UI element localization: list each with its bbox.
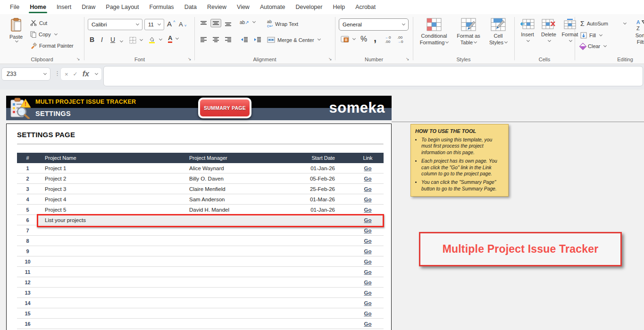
grow-font-button[interactable]: A˄ (167, 20, 176, 28)
paste-button[interactable]: Paste (5, 18, 27, 43)
go-link[interactable]: Go (352, 311, 384, 316)
tab-file[interactable]: File (5, 1, 25, 14)
font-color-button[interactable]: A (168, 35, 178, 43)
chevron-down-icon[interactable] (43, 71, 47, 74)
tab-home[interactable]: Home (25, 1, 51, 14)
decrease-indent-button[interactable] (241, 37, 248, 42)
go-link[interactable]: Go (352, 186, 384, 192)
cell-project-name[interactable]: Project 5 (38, 207, 184, 213)
cell-num[interactable]: 9 (17, 248, 38, 254)
chevron-down-icon[interactable] (504, 40, 508, 43)
chevron-down-icon[interactable] (445, 40, 449, 43)
tab-formulas[interactable]: Formulas (144, 1, 179, 14)
insert-cells-button[interactable]: Insert (518, 19, 537, 42)
go-link[interactable]: Go (352, 228, 384, 233)
dialog-launcher-icon[interactable]: ↘ (76, 57, 80, 61)
copy-button[interactable]: Copy (30, 31, 57, 38)
chevron-down-icon[interactable] (252, 20, 255, 23)
chevron-down-icon[interactable] (569, 39, 572, 42)
increase-decimal-button[interactable]: ←0.00 (385, 36, 391, 44)
cell-project-name[interactable]: Project 3 (38, 186, 184, 192)
fx-icon[interactable]: fx (83, 70, 89, 78)
cell-project-name[interactable]: Project 4 (38, 197, 184, 202)
name-box[interactable]: Z33 (1, 67, 50, 81)
comma-style-button[interactable]: , (374, 32, 376, 44)
cell-num[interactable]: 10 (17, 259, 38, 264)
align-bottom-button[interactable] (225, 21, 232, 26)
format-painter-button[interactable]: Format Painter (30, 42, 74, 49)
shrink-font-button[interactable]: A˅ (179, 21, 187, 28)
cell-num[interactable]: 5 (17, 207, 38, 213)
cell-project-manager[interactable]: Billy O. Daven (184, 176, 302, 182)
chevron-down-icon[interactable] (318, 37, 321, 41)
conditional-formatting-button[interactable]: Conditional Formatting (415, 18, 453, 46)
cell-start-date[interactable]: 05-Feb-26 (302, 176, 352, 182)
merge-center-button[interactable]: Merge & Center (267, 37, 320, 43)
cell-num[interactable]: 12 (17, 280, 38, 285)
tab-data[interactable]: Data (179, 1, 202, 14)
cell-num[interactable]: 11 (17, 269, 38, 275)
cell-num[interactable]: 1 (17, 165, 38, 171)
chevron-down-icon[interactable] (527, 39, 530, 42)
cell-project-manager[interactable]: Sam Anderson (184, 197, 302, 202)
tab-acrobat[interactable]: Acrobat (350, 1, 381, 14)
format-cells-button[interactable]: Format (560, 19, 580, 42)
go-link[interactable]: Go (352, 176, 384, 182)
formula-bar-handle[interactable]: ⋮ (54, 70, 60, 77)
go-link[interactable]: Go (352, 259, 384, 264)
go-link[interactable]: Go (352, 207, 384, 213)
autosum-button[interactable]: Σ AutoSum (580, 20, 626, 27)
tab-automate[interactable]: Automate (255, 1, 291, 14)
cell-project-manager[interactable]: Alice Waynard (184, 165, 302, 171)
tab-draw[interactable]: Draw (76, 1, 100, 14)
accounting-format-button[interactable] (341, 36, 355, 42)
format-as-table-button[interactable]: Format as Table (454, 18, 483, 46)
cell-start-date[interactable] (302, 215, 352, 225)
cell-num[interactable]: 15 (17, 311, 38, 316)
align-right-button[interactable] (225, 37, 232, 42)
clear-button[interactable]: Clear (580, 43, 606, 49)
cell-project-manager[interactable]: Claire Menfield (184, 186, 302, 192)
dialog-launcher-icon[interactable]: ↘ (328, 57, 332, 61)
underline-button[interactable]: U (110, 36, 115, 43)
go-link[interactable]: Go (352, 217, 384, 223)
cell-num[interactable]: 3 (17, 186, 38, 192)
cell-styles-button[interactable]: Cell Styles (485, 18, 511, 46)
chevron-down-icon[interactable] (352, 36, 356, 40)
align-left-button[interactable] (200, 37, 207, 42)
decrease-decimal-button[interactable]: .00→0 (397, 36, 403, 44)
italic-button[interactable]: I (101, 36, 103, 43)
cell-num[interactable]: 16 (17, 321, 38, 327)
cell-start-date[interactable]: 01-Jan-26 (302, 207, 352, 213)
chevron-down-icon[interactable] (136, 22, 139, 25)
chevron-down-icon[interactable] (176, 36, 179, 40)
cancel-icon[interactable]: × (65, 71, 68, 78)
chevron-down-icon[interactable] (548, 39, 551, 42)
cell-project-manager[interactable] (184, 215, 302, 225)
align-center-button[interactable] (212, 37, 219, 42)
align-top-button[interactable] (200, 21, 207, 26)
cell-start-date[interactable]: 01-Mar-26 (302, 197, 352, 202)
cell-start-date[interactable]: 25-Feb-26 (302, 186, 352, 192)
cell-num[interactable]: 14 (17, 300, 38, 306)
summary-page-button[interactable]: SUMMARY PAGE (198, 98, 251, 118)
dialog-launcher-icon[interactable]: ↘ (188, 57, 192, 61)
cell-num[interactable]: 7 (17, 228, 38, 233)
fill-color-button[interactable] (148, 36, 162, 43)
formula-input[interactable] (103, 66, 643, 86)
cell-project-name[interactable]: Project 1 (38, 165, 184, 171)
wrap-text-button[interactable]: abc↩ Wrap Text (267, 20, 298, 28)
tab-view[interactable]: View (232, 1, 255, 14)
chevron-down-icon[interactable] (603, 43, 607, 47)
enter-icon[interactable]: ✓ (73, 71, 78, 77)
go-link[interactable]: Go (352, 280, 384, 285)
cell-num[interactable]: 8 (17, 238, 38, 244)
font-size-combo[interactable]: 11 (144, 19, 164, 30)
go-link[interactable]: Go (352, 238, 384, 244)
chevron-down-icon[interactable] (120, 39, 123, 42)
cell-num[interactable]: 4 (17, 197, 38, 202)
chevron-down-icon[interactable] (95, 71, 98, 74)
tab-insert[interactable]: Insert (51, 1, 76, 14)
cell-project-name[interactable]: Project 2 (38, 176, 184, 182)
cut-button[interactable]: Cut (30, 20, 47, 26)
